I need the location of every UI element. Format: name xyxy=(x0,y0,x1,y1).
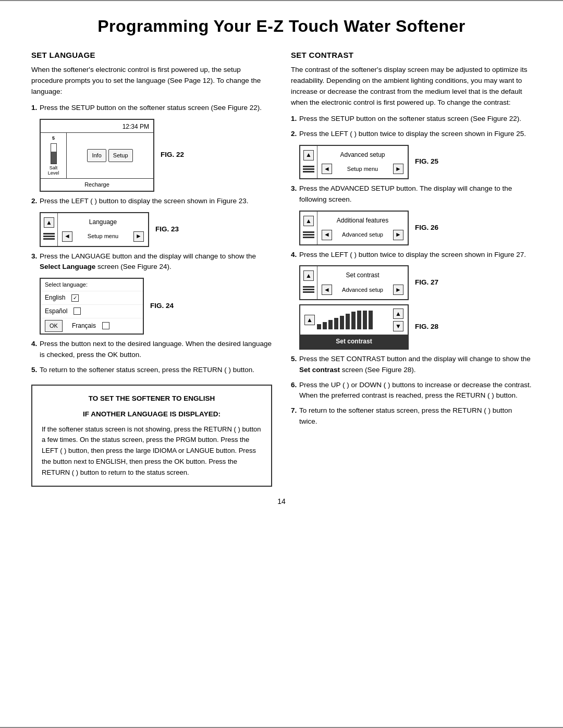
bar-5 xyxy=(340,316,344,329)
right-step-text-3: Press the ADVANCED SETUP button. The dis… xyxy=(299,184,512,203)
section-title-left: SET LANGUAGE xyxy=(31,51,272,59)
fig24-francais-check[interactable] xyxy=(102,322,109,329)
fig23-left-btn[interactable]: ◄ xyxy=(62,231,72,242)
fig26-stack-icon xyxy=(303,231,314,238)
stack-line-i xyxy=(303,291,314,293)
fig24-espanol-check[interactable] xyxy=(74,307,81,315)
fig24-english-label: English xyxy=(45,293,65,303)
right-step-text-1: Press the SETUP button on the softener s… xyxy=(299,115,521,122)
fig23-up-arrow: ▲ xyxy=(44,217,54,228)
step-5: 5. To return to the softener status scre… xyxy=(31,365,272,376)
fig24-screen: Select language: English ✓ Español xyxy=(40,278,144,334)
bar-1 xyxy=(317,324,321,329)
stack-line-e xyxy=(303,234,314,236)
fig25-left-btn[interactable]: ◄ xyxy=(322,164,332,174)
fig22-recharge: Recharge xyxy=(41,178,153,191)
notice-title-1: TO SET THE SOFTENER TO ENGLISH xyxy=(42,393,262,404)
right-step-num-7: 7. xyxy=(291,405,297,416)
step-1: 1. Press the SETUP button on the softene… xyxy=(31,103,272,192)
bar-9 xyxy=(363,311,367,329)
fig22-btns: Info Setup xyxy=(67,133,153,178)
fig28-top: ▲ xyxy=(300,305,408,335)
right-step-3: 3. Press the ADVANCED SETUP button. The … xyxy=(291,183,532,245)
fig27-up-arrow: ▲ xyxy=(303,270,314,281)
right-step-text-5: Press the SET CONTRAST button and the di… xyxy=(299,355,531,374)
fig23-bottom: ◄ Setup menu ► xyxy=(62,231,144,242)
fig25-nav-label: Setup menu xyxy=(347,165,378,174)
fig24-label: FIG. 24 xyxy=(150,301,174,312)
bar-10 xyxy=(369,311,373,329)
fig28-up-arrow: ▲ xyxy=(304,315,315,325)
fig27-content: Set contrast ◄ Advanced setup ► xyxy=(317,266,408,299)
fig22-salt: 5 SaltLevel xyxy=(41,133,67,178)
bar-4 xyxy=(334,318,338,329)
fig26-nav-label: Advanced setup xyxy=(342,230,383,239)
step-list-right: 1. Press the SETUP button on the softene… xyxy=(291,114,532,428)
step3-bold: Select Language xyxy=(40,263,95,270)
fig24-francais-label: Français xyxy=(72,321,96,331)
fig22-5: 5 xyxy=(52,135,55,142)
fig25-up-arrow: ▲ xyxy=(303,150,314,161)
fig22-setup-btn[interactable]: Setup xyxy=(108,149,133,162)
fig24-ok-row: OK Français xyxy=(41,318,143,334)
step-text-5: To return to the softener status screen,… xyxy=(40,366,254,374)
bar-7 xyxy=(351,312,356,329)
fig23-screen: ▲ Language ◄ xyxy=(40,212,149,247)
right-step-text-4: Press the LEFT ( ) button twice to displ… xyxy=(299,251,526,258)
right-step-num-6: 6. xyxy=(291,380,297,391)
step5-bold: Set contrast xyxy=(299,366,340,374)
right-step-text-2: Press the LEFT ( ) button twice to displ… xyxy=(299,130,526,138)
page-wrapper: Programming Your E-Z Touch Water Softene… xyxy=(0,0,563,728)
fig23-stack-icon xyxy=(43,233,55,240)
notice-box: TO SET THE SOFTENER TO ENGLISH IF ANOTHE… xyxy=(31,385,272,486)
fig26-up-arrow: ▲ xyxy=(303,216,314,226)
fig25-bottom: ◄ Setup menu ► xyxy=(322,164,403,174)
fig25-icons: ▲ xyxy=(300,146,317,179)
notice-title-2: IF ANOTHER LANGUAGE IS DISPLAYED: xyxy=(42,409,262,420)
step-text-3: Press the LANGUAGE button and the displa… xyxy=(40,252,256,271)
fig24-english-check[interactable]: ✓ xyxy=(71,294,79,302)
fig28-up-btn[interactable]: ▲ xyxy=(393,309,403,319)
section-intro-right: The contrast of the softener's display s… xyxy=(291,65,532,108)
stack-line-1 xyxy=(43,233,55,235)
right-column: SET CONTRAST The contrast of the softene… xyxy=(291,51,532,431)
step-num-5: 5. xyxy=(31,365,37,376)
fig27-right-btn[interactable]: ► xyxy=(393,285,403,295)
right-step-num-2: 2. xyxy=(291,129,297,140)
fig27-screen: ▲ Set contrast ◄ xyxy=(299,265,409,300)
right-step-2: 2. Press the LEFT ( ) button twice to di… xyxy=(291,129,532,180)
stack-line-h xyxy=(303,289,314,290)
fig25-label: FIG. 25 xyxy=(415,156,438,167)
right-step-text-6: Press the UP ( ) or DOWN ( ) buttons to … xyxy=(299,381,531,400)
fig26-content: Additional features ◄ Advanced setup ► xyxy=(317,212,408,244)
fig28-down-btn[interactable]: ▼ xyxy=(393,321,403,331)
fig28-screen: ▲ xyxy=(299,304,409,350)
fig26-right-btn[interactable]: ► xyxy=(393,230,403,240)
fig24-espanol-row: Español xyxy=(41,305,143,318)
fig27-bottom: ◄ Advanced setup ► xyxy=(322,285,403,295)
right-step-5: 5. Press the SET CONTRAST button and the… xyxy=(291,354,532,376)
right-step-num-1: 1. xyxy=(291,114,297,125)
fig24-select-row: Select language: xyxy=(41,279,143,291)
right-step-num-5: 5. xyxy=(291,354,297,365)
fig26-left-btn[interactable]: ◄ xyxy=(322,230,332,240)
fig23-label: FIG. 23 xyxy=(155,224,179,235)
fig25-row: ▲ Advanced setup ◄ xyxy=(299,145,532,180)
fig23-nav-label: Setup menu xyxy=(88,232,118,241)
fig23-right-btn[interactable]: ► xyxy=(133,231,144,242)
fig22-mid: 5 SaltLevel Info Setup xyxy=(41,133,153,178)
right-step-num-4: 4. xyxy=(291,250,297,261)
fig22-info-btn[interactable]: Info xyxy=(87,149,106,162)
fig28-label: FIG. 28 xyxy=(415,322,438,332)
fig26-label: FIG. 26 xyxy=(415,223,438,233)
fig27-left-btn[interactable]: ◄ xyxy=(322,285,332,295)
columns: SET LANGUAGE When the softener's electro… xyxy=(31,51,532,487)
bar-2 xyxy=(323,322,327,329)
step-3: 3. Press the LANGUAGE button and the dis… xyxy=(31,251,272,335)
stack-line-a xyxy=(303,166,314,167)
fig25-right-btn[interactable]: ► xyxy=(393,164,403,174)
fig24-ok-btn[interactable]: OK xyxy=(45,320,63,332)
fig22-label: FIG. 22 xyxy=(161,150,184,161)
fig22-salt-label: SaltLevel xyxy=(48,166,59,176)
fig27-label: FIG. 27 xyxy=(415,277,438,288)
